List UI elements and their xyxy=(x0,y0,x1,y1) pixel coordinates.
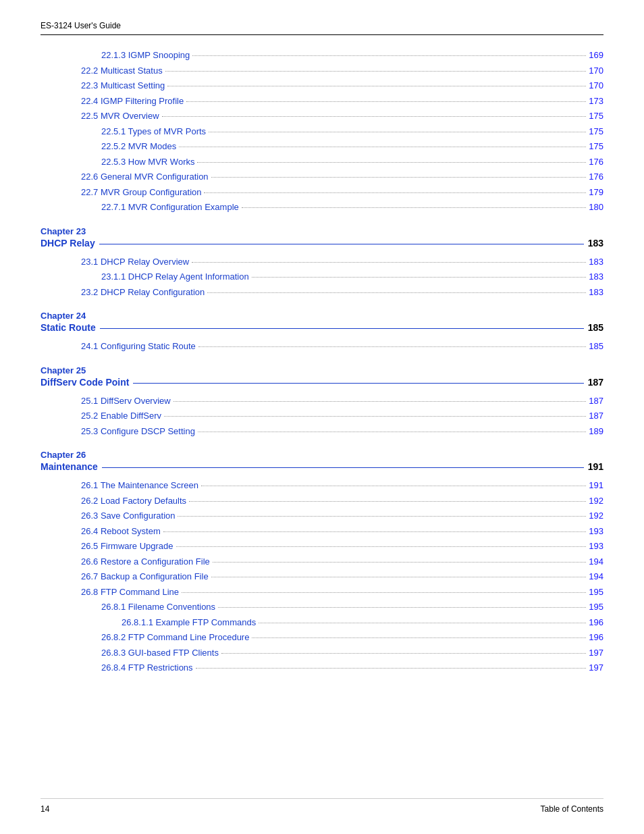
chapter-24-title: Static Route xyxy=(41,322,96,333)
chapter-24-page: 185 xyxy=(588,322,603,333)
list-item: 22.5.1 Types of MVR Ports 175 xyxy=(41,125,603,138)
chapter-26-title: Maintenance xyxy=(41,461,98,472)
chapter-23-title-row: DHCP Relay 183 xyxy=(41,238,603,249)
chapter-26-page: 191 xyxy=(588,461,603,472)
list-item: 26.1 The Maintenance Screen 191 xyxy=(41,479,603,492)
chapter-25-label: Chapter 25 xyxy=(41,365,603,375)
list-item: 23.1.1 DHCP Relay Agent Information 183 xyxy=(41,270,603,284)
list-item: 26.6 Restore a Configuration File 194 xyxy=(41,555,603,569)
list-item: 26.5 Firmware Upgrade 193 xyxy=(41,540,603,553)
chapter-25-title-row: DiffServ Code Point 187 xyxy=(41,377,603,388)
list-item: 25.2 Enable DiffServ 187 xyxy=(41,409,603,423)
page-header: ES-3124 User's Guide xyxy=(41,20,603,35)
chapter-23: Chapter 23 DHCP Relay 183 23.1 DHCP Rela… xyxy=(41,226,603,299)
list-item: 22.2 Multicast Status 170 xyxy=(41,64,603,78)
list-item: 22.7 MVR Group Configuration 179 xyxy=(41,186,603,199)
chapter-26: Chapter 26 Maintenance 191 26.1 The Main… xyxy=(41,450,603,675)
list-item: 26.2 Load Factory Defaults 192 xyxy=(41,494,603,508)
list-item: 26.8.3 GUI-based FTP Clients 197 xyxy=(41,646,603,660)
header-title: ES-3124 User's Guide xyxy=(41,21,121,30)
pre-chapter-entries: 22.1.3 IGMP Snooping 169 22.2 Multicast … xyxy=(41,49,603,214)
list-item: 26.3 Save Configuration 192 xyxy=(41,509,603,523)
list-item: 22.5.3 How MVR Works 176 xyxy=(41,155,603,169)
list-item: 25.1 DiffServ Overview 187 xyxy=(41,394,603,408)
footer-page-number: 14 xyxy=(41,804,49,814)
list-item: 26.4 Reboot System 193 xyxy=(41,525,603,538)
chapter-23-title: DHCP Relay xyxy=(41,238,95,249)
list-item: 24.1 Configuring Static Route 185 xyxy=(41,340,603,353)
chapter-23-page: 183 xyxy=(588,238,603,249)
list-item: 26.8.4 FTP Restrictions 197 xyxy=(41,661,603,675)
list-item: 25.3 Configure DSCP Setting 189 xyxy=(41,425,603,438)
chapter-25: Chapter 25 DiffServ Code Point 187 25.1 … xyxy=(41,365,603,438)
list-item: 26.8 FTP Command Line 195 xyxy=(41,585,603,599)
list-item: 26.8.1 Filename Conventions 195 xyxy=(41,600,603,614)
list-item: 22.5 MVR Overview 175 xyxy=(41,109,603,123)
list-item: 22.3 Multicast Setting 170 xyxy=(41,79,603,93)
footer-section: Table of Contents xyxy=(541,804,603,814)
list-item: 22.1.3 IGMP Snooping 169 xyxy=(41,49,603,62)
chapter-24-label: Chapter 24 xyxy=(41,311,603,321)
chapter-25-page: 187 xyxy=(588,377,603,388)
page-footer: 14 Table of Contents xyxy=(41,798,603,814)
page-container: ES-3124 User's Guide 22.1.3 IGMP Snoopin… xyxy=(0,0,644,834)
list-item: 23.2 DHCP Relay Configuration 183 xyxy=(41,286,603,299)
chapter-23-label: Chapter 23 xyxy=(41,226,603,236)
list-item: 22.6 General MVR Configuration 176 xyxy=(41,170,603,184)
list-item: 22.4 IGMP Filtering Profile 173 xyxy=(41,95,603,108)
list-item: 26.8.2 FTP Command Line Procedure 196 xyxy=(41,631,603,644)
toc-content: 22.1.3 IGMP Snooping 169 22.2 Multicast … xyxy=(41,49,603,717)
chapter-25-title: DiffServ Code Point xyxy=(41,377,129,388)
list-item: 22.7.1 MVR Configuration Example 180 xyxy=(41,201,603,214)
list-item: 26.7 Backup a Configuration File 194 xyxy=(41,570,603,583)
chapter-26-label: Chapter 26 xyxy=(41,450,603,460)
list-item: 26.8.1.1 Example FTP Commands 196 xyxy=(41,616,603,629)
list-item: 23.1 DHCP Relay Overview 183 xyxy=(41,255,603,269)
chapter-24-title-row: Static Route 185 xyxy=(41,322,603,333)
list-item: 22.5.2 MVR Modes 175 xyxy=(41,140,603,153)
chapter-24: Chapter 24 Static Route 185 24.1 Configu… xyxy=(41,311,603,353)
chapter-26-title-row: Maintenance 191 xyxy=(41,461,603,472)
